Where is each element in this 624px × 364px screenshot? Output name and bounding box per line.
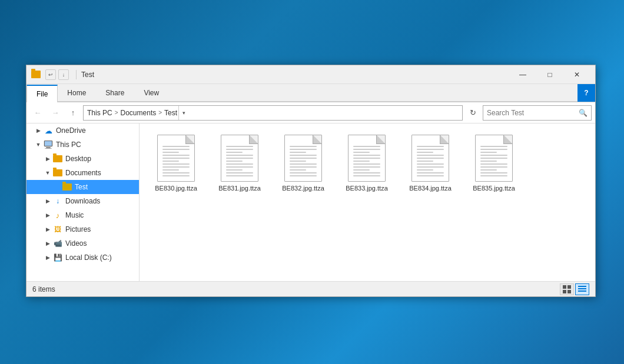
path-segment: This PC > Documents > Test <box>87 109 177 117</box>
sidebar-label-onedrive: OneDrive <box>56 126 86 135</box>
address-bar: ← → ↑ This PC > Documents > Test ▾ ↻ 🔍 <box>26 102 595 123</box>
svg-rect-7 <box>567 290 571 293</box>
sidebar-item-documents[interactable]: ▼ Documents <box>26 166 139 180</box>
music-icon: ♪ <box>52 211 63 220</box>
documents-folder-icon <box>52 168 63 178</box>
svg-rect-8 <box>578 286 586 287</box>
local-disk-icon: 💾 <box>52 253 63 262</box>
file-item[interactable]: BE831.jpg.ttza <box>210 131 269 196</box>
desktop-folder-icon <box>52 154 63 163</box>
file-name: BE834.jpg.ttza <box>409 184 452 192</box>
pictures-icon: 🖼 <box>52 225 63 234</box>
maximize-button[interactable]: □ <box>536 65 563 84</box>
file-grid: BE830.jpg.ttza BE831.jpg.ttza <box>140 123 595 281</box>
expand-desktop[interactable]: ▶ <box>43 154 52 163</box>
help-button[interactable]: ? <box>577 84 595 102</box>
forward-button[interactable]: → <box>48 105 63 121</box>
file-icon <box>284 135 322 182</box>
downloads-icon: ↓ <box>52 196 63 206</box>
sidebar-label-local-disk: Local Disk (C:) <box>65 253 112 262</box>
test-folder-icon <box>62 182 72 192</box>
svg-rect-6 <box>563 290 566 293</box>
file-icon <box>411 135 449 182</box>
path-this-pc: This PC <box>87 109 112 117</box>
close-button[interactable]: ✕ <box>563 65 590 84</box>
title-folder-icon <box>31 71 41 78</box>
expand-this-pc[interactable]: ▼ <box>34 140 43 149</box>
file-item[interactable]: BE830.jpg.ttza <box>147 131 205 196</box>
view-buttons <box>560 283 589 295</box>
expand-music[interactable]: ▶ <box>43 211 52 220</box>
sidebar-label-videos: Videos <box>65 239 87 248</box>
title-bar: ↩ ↓ Test — □ ✕ <box>26 65 595 84</box>
quick-access-toolbar: ↩ ↓ <box>45 69 69 80</box>
expand-onedrive[interactable]: ▶ <box>34 126 43 135</box>
file-item[interactable]: BE834.jpg.ttza <box>401 131 460 196</box>
sidebar-item-onedrive[interactable]: ▶ ☁ OneDrive <box>26 123 139 138</box>
up-button[interactable]: ↑ <box>65 105 81 121</box>
expand-local-disk[interactable]: ▶ <box>43 253 52 262</box>
svg-rect-9 <box>578 288 586 289</box>
svg-rect-2 <box>46 147 51 148</box>
sidebar-item-desktop[interactable]: ▶ Desktop <box>26 152 139 166</box>
sidebar-label-this-pc: This PC <box>56 141 81 149</box>
file-icon <box>221 135 258 182</box>
tab-file[interactable]: File <box>26 85 58 102</box>
search-input[interactable] <box>487 109 579 117</box>
path-test: Test <box>164 109 177 117</box>
file-name: BE835.jpg.ttza <box>473 184 515 192</box>
quick-undo-button[interactable]: ↩ <box>45 69 56 80</box>
sidebar-label-documents: Documents <box>65 169 101 177</box>
file-icon <box>157 135 195 182</box>
ribbon-tabs: File Home Share View ? <box>26 84 595 102</box>
sidebar-item-local-disk[interactable]: ▶ 💾 Local Disk (C:) <box>26 251 139 265</box>
svg-rect-5 <box>567 285 571 289</box>
search-box[interactable]: 🔍 <box>483 105 592 121</box>
videos-icon: 📹 <box>52 239 63 248</box>
search-icon[interactable]: 🔍 <box>579 109 588 117</box>
sidebar-item-music[interactable]: ▶ ♪ Music <box>26 208 139 222</box>
expand-downloads[interactable]: ▶ <box>43 196 52 206</box>
path-arrow-2: > <box>158 109 162 116</box>
file-name: BE832.jpg.ttza <box>282 184 324 192</box>
svg-rect-4 <box>563 285 566 289</box>
file-item[interactable]: BE833.jpg.ttza <box>337 131 396 196</box>
sidebar-item-pictures[interactable]: ▶ 🖼 Pictures <box>26 222 139 236</box>
grid-view-button[interactable] <box>560 283 574 295</box>
sidebar-item-videos[interactable]: ▶ 📹 Videos <box>26 236 139 251</box>
tab-view[interactable]: View <box>134 84 169 102</box>
computer-icon <box>43 140 54 149</box>
tab-home[interactable]: Home <box>58 84 96 102</box>
path-arrow-1: > <box>115 109 118 116</box>
back-button[interactable]: ← <box>30 105 45 121</box>
expand-documents[interactable]: ▼ <box>43 168 52 178</box>
title-separator <box>76 70 77 79</box>
minimize-button[interactable]: — <box>509 65 536 84</box>
sidebar-label-test: Test <box>75 183 88 191</box>
sidebar-label-desktop: Desktop <box>65 155 91 163</box>
item-count: 6 items <box>32 285 560 293</box>
path-documents: Documents <box>121 109 157 117</box>
quick-pin-button[interactable]: ↓ <box>58 69 69 80</box>
path-dropdown-button[interactable]: ▾ <box>178 106 189 120</box>
tab-share[interactable]: Share <box>96 84 134 102</box>
file-name: BE833.jpg.ttza <box>346 184 388 192</box>
sidebar-item-test[interactable]: Test <box>26 180 139 194</box>
svg-rect-3 <box>45 148 52 149</box>
window-controls: — □ ✕ <box>509 65 590 84</box>
file-item[interactable]: BE835.jpg.ttza <box>464 131 523 196</box>
refresh-button[interactable]: ↻ <box>465 105 480 121</box>
file-item[interactable]: BE832.jpg.ttza <box>274 131 333 196</box>
window-title: Test <box>79 71 509 79</box>
file-icon <box>475 135 513 182</box>
onedrive-icon: ☁ <box>43 126 54 135</box>
sidebar-item-this-pc[interactable]: ▼ This PC <box>26 138 139 152</box>
expand-pictures[interactable]: ▶ <box>43 225 52 234</box>
file-icon <box>348 135 386 182</box>
svg-rect-1 <box>45 141 52 146</box>
sidebar-label-music: Music <box>65 211 84 219</box>
details-view-button[interactable] <box>575 283 589 295</box>
expand-videos[interactable]: ▶ <box>43 239 52 248</box>
address-path[interactable]: This PC > Documents > Test ▾ <box>83 105 463 121</box>
sidebar-item-downloads[interactable]: ▶ ↓ Downloads <box>26 194 139 208</box>
